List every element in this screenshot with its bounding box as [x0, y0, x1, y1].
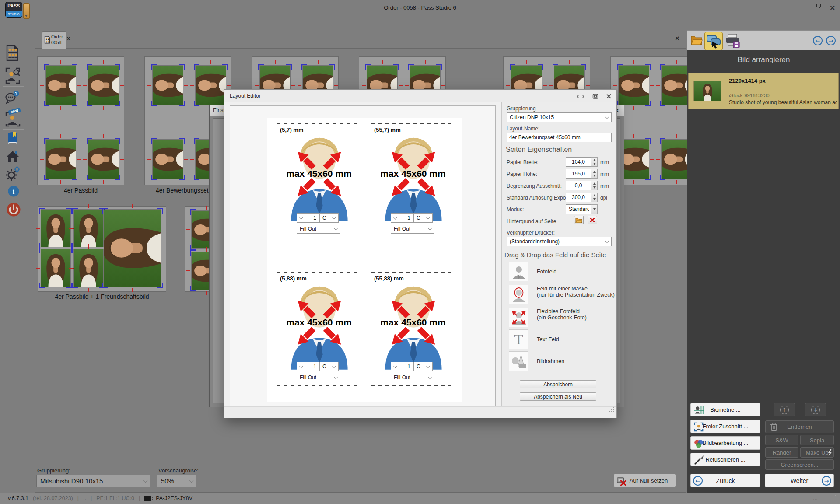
modus-dropdown-button[interactable] — [591, 204, 598, 214]
crop-mark — [186, 270, 190, 271]
power-icon[interactable] — [6, 202, 21, 217]
layout-cell-3[interactable]: (5,88) mm max 45x60 mm 1 C Fill Out — [277, 272, 361, 386]
dialog-settings-panel: Gruppierung Citizen DNP 10x15 Layout-Nam… — [501, 102, 616, 406]
cell-fill-dropdown[interactable]: Fill Out — [297, 373, 340, 382]
home-icon[interactable] — [6, 149, 19, 163]
cell-count-dropdown[interactable]: 1 — [297, 213, 319, 223]
dialog-maximize-button[interactable] — [590, 92, 601, 100]
move-up-button[interactable]: ↑ — [774, 403, 795, 416]
tab-order-0058[interactable]: Order0058 — [42, 32, 66, 49]
drucker-dropdown[interactable]: (Standardeinstellung) — [507, 237, 612, 246]
sidebar-divider — [3, 129, 24, 129]
papier-hoehe-input[interactable] — [566, 169, 591, 178]
entfernen-button[interactable]: Entfernen — [765, 420, 834, 433]
papier-breite-input[interactable] — [566, 157, 591, 167]
aufloesung-input[interactable] — [566, 192, 591, 202]
layout-cell-2[interactable]: (55,7) mm max 45x60 mm 1 C Fill Out — [371, 123, 455, 237]
maximize-icon — [592, 94, 598, 99]
tabstrip-close-icon[interactable]: × — [675, 35, 680, 42]
book-icon[interactable] — [7, 131, 19, 145]
aufloesung-spinner[interactable] — [591, 192, 598, 202]
image-list-item-selected[interactable]: 2120x1414 px iStock-991613230 Studio sho… — [688, 73, 839, 109]
gruppierung-dropdown[interactable]: Citizen DNP 10x15 — [507, 112, 612, 122]
dialog-titlebar[interactable]: Layout Editor — [224, 90, 616, 102]
resize-grip[interactable] — [609, 411, 615, 416]
greenscreen-button[interactable]: Greenscreen... — [765, 459, 834, 470]
close-button[interactable]: × — [830, 4, 835, 12]
hintergrund-open-button[interactable] — [574, 216, 584, 224]
flexibles-fotofeld-drag-item[interactable] — [509, 308, 528, 327]
crop-mark — [318, 60, 318, 64]
chevron-down-icon — [332, 364, 336, 368]
hintergrund-remove-button[interactable] — [588, 216, 597, 224]
raender-button[interactable]: Ränder — [765, 447, 798, 458]
photo-image — [41, 210, 70, 247]
biometrie-button[interactable]: Biometrie ... — [690, 403, 760, 416]
maskenfeld-drag-item[interactable] — [509, 285, 528, 304]
gruppierung-bottom-dropdown[interactable]: Mitsubishi D90 10x15 — [36, 475, 150, 487]
cell-count-dropdown[interactable]: 1 — [297, 362, 319, 371]
chevron-down-icon — [332, 215, 336, 220]
arrange-images-button[interactable] — [704, 32, 723, 50]
makeup-button[interactable]: Make Up — [800, 447, 834, 458]
info-icon[interactable]: i — [7, 185, 20, 197]
folder-icon — [575, 217, 582, 223]
papier-hoehe-label: Papier Höhe: — [507, 171, 537, 177]
nav-back-icon[interactable]: ← — [813, 36, 822, 46]
cell-mode-dropdown[interactable]: C — [413, 213, 433, 223]
sw-button[interactable]: S&W — [765, 435, 798, 445]
textfeld-drag-item[interactable]: T — [509, 329, 528, 349]
settings-gears-icon[interactable] — [5, 165, 20, 182]
cell-fill-dropdown[interactable]: Fill Out — [391, 373, 434, 382]
fotofeld-drag-item[interactable] — [509, 262, 528, 281]
cell-fill-dropdown[interactable]: Fill Out — [391, 224, 434, 234]
layout-cell-4[interactable]: (55,88) mm max 45x60 mm 1 C Fill Out — [371, 272, 455, 386]
print-export-button[interactable] — [724, 33, 740, 50]
cell-mode-dropdown[interactable]: C — [413, 362, 433, 371]
vorschau-value: 50% — [161, 477, 174, 485]
save-as-new-button[interactable]: Abspeichern als Neu — [520, 392, 596, 401]
bildrahmen-drag-item[interactable] — [509, 351, 528, 371]
restore-button[interactable] — [816, 3, 821, 8]
cell-count-dropdown[interactable]: 1 — [391, 213, 413, 223]
move-down-button[interactable]: ↓ — [805, 403, 826, 416]
entfernen-label: Entfernen — [787, 424, 812, 430]
svg-text:NEW: NEW — [10, 108, 19, 114]
papier-breite-spinner[interactable] — [591, 157, 598, 167]
cell-mode-dropdown[interactable]: C — [319, 213, 339, 223]
open-order-button[interactable] — [690, 35, 703, 48]
window-resize-grip[interactable] — [833, 497, 838, 502]
sepia-button[interactable]: Sepia — [800, 435, 834, 445]
begrenzung-input[interactable] — [566, 181, 591, 190]
dialog-minimize-button[interactable] — [575, 92, 586, 100]
order-document-icon[interactable] — [6, 45, 19, 61]
minimize-button[interactable] — [802, 3, 806, 7]
tab-close-icon[interactable]: x — [67, 35, 70, 42]
layout-name-input[interactable] — [507, 133, 612, 142]
weiter-button[interactable]: Weiter → — [765, 474, 834, 487]
bildbearbeitung-button[interactable]: Bildbearbeitung ... — [690, 436, 760, 450]
auf-null-setzen-button[interactable]: Auf Null setzen — [613, 474, 676, 487]
papier-hoehe-spinner[interactable] — [591, 169, 598, 178]
help-chat-icon[interactable]: ? — [5, 90, 20, 105]
zurueck-button[interactable]: ← Zurück — [690, 474, 760, 487]
cell-count-dropdown[interactable]: 1 — [391, 362, 413, 371]
layout-thumbnail-4er-passbild-freundschaftsbild[interactable] — [38, 206, 166, 292]
freier-zuschnitt-button[interactable]: Freier Zuschnitt ... — [690, 420, 760, 433]
modus-dropdown[interactable]: Standard — [566, 204, 591, 214]
right-panel-toolbar: ← → — [687, 30, 840, 50]
layout-cell-1[interactable]: (5,7) mm max 45x60 mm 1 C Fill Out — [277, 123, 361, 237]
cell-fill-dropdown[interactable]: Fill Out — [297, 224, 340, 234]
person-silhouette — [619, 66, 649, 105]
layout-thumbnail-4er-passbild[interactable] — [37, 56, 124, 185]
vorschau-dropdown[interactable]: 50% — [157, 475, 196, 487]
dialog-close-button[interactable] — [603, 92, 614, 100]
crop-mark — [190, 85, 194, 86]
save-button[interactable]: Abspeichern — [520, 380, 596, 388]
retuschieren-button[interactable]: Retuschieren ... — [690, 453, 760, 466]
person-search-icon[interactable] — [5, 67, 20, 84]
nav-forward-icon[interactable]: → — [826, 36, 836, 46]
new-person-icon[interactable]: NEW — [5, 108, 21, 127]
cell-mode-dropdown[interactable]: C — [319, 362, 339, 371]
begrenzung-spinner[interactable] — [591, 181, 598, 190]
